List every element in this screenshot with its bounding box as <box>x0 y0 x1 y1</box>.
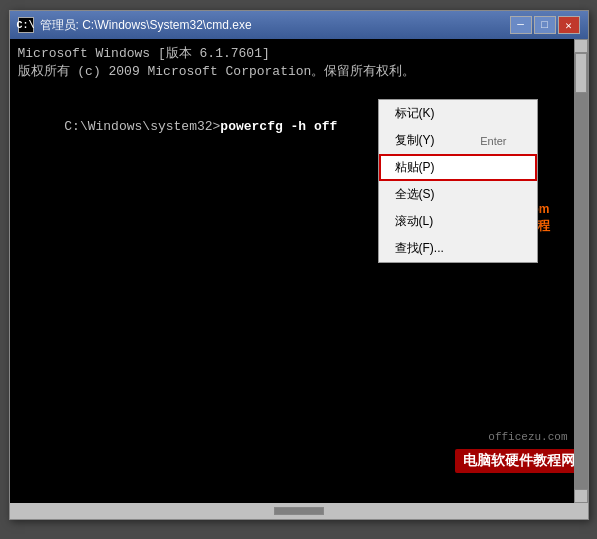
scrollbar-thumb[interactable] <box>575 53 587 93</box>
cmd-line-2: 版权所有 (c) 2009 Microsoft Corporation。保留所有… <box>18 63 580 81</box>
officezu-bottom-watermark: officezu.com <box>488 431 567 443</box>
context-menu-item-copy[interactable]: 复制(Y) Enter <box>379 127 537 154</box>
scrollbar-down-btn[interactable]: ▼ <box>574 489 588 503</box>
minimize-button[interactable]: ─ <box>510 16 532 34</box>
scrollbar[interactable]: ▲ ▼ <box>574 39 588 503</box>
cmd-prompt: C:\Windows\system32> <box>64 119 220 134</box>
context-menu[interactable]: 标记(K) 复制(Y) Enter 粘贴(P) 全选(S) 滚动(L) 查找(F… <box>378 99 538 263</box>
title-bar: C:\ 管理员: C:\Windows\System32\cmd.exe ─ □… <box>10 11 588 39</box>
cmd-line-3 <box>18 81 580 99</box>
window-title: 管理员: C:\Windows\System32\cmd.exe <box>40 17 510 34</box>
context-menu-item-selectall[interactable]: 全选(S) <box>379 181 537 208</box>
context-menu-label-biaoji: 标记(K) <box>395 105 435 122</box>
cmd-line-1: Microsoft Windows [版本 6.1.7601] <box>18 45 580 63</box>
copy-shortcut: Enter <box>480 135 506 147</box>
context-menu-item-paste[interactable]: 粘贴(P) <box>379 154 537 181</box>
bottom-status-bar <box>10 503 588 519</box>
context-menu-label-paste: 粘贴(P) <box>395 159 435 176</box>
context-menu-label-selectall: 全选(S) <box>395 186 435 203</box>
bottom-scrollbar[interactable] <box>274 507 324 515</box>
context-menu-item-find[interactable]: 查找(F)... <box>379 235 537 262</box>
maximize-button[interactable]: □ <box>534 16 556 34</box>
window-icon: C:\ <box>18 17 34 33</box>
scrollbar-track[interactable] <box>574 53 588 489</box>
cmd-command: powercfg -h off <box>220 119 337 134</box>
cmd-content-area[interactable]: Microsoft Windows [版本 6.1.7601] 版权所有 (c)… <box>10 39 588 503</box>
close-button[interactable]: ✕ <box>558 16 580 34</box>
bottom-watermark-text: 电脑软硬件教程网 <box>455 449 583 473</box>
context-menu-label-copy: 复制(Y) <box>395 132 435 149</box>
cmd-window: C:\ 管理员: C:\Windows\System32\cmd.exe ─ □… <box>9 10 589 520</box>
title-buttons: ─ □ ✕ <box>510 16 580 34</box>
context-menu-item-scroll[interactable]: 滚动(L) <box>379 208 537 235</box>
scrollbar-up-btn[interactable]: ▲ <box>574 39 588 53</box>
context-menu-item-biaoji[interactable]: 标记(K) <box>379 100 537 127</box>
context-menu-label-scroll: 滚动(L) <box>395 213 434 230</box>
context-menu-label-find: 查找(F)... <box>395 240 444 257</box>
